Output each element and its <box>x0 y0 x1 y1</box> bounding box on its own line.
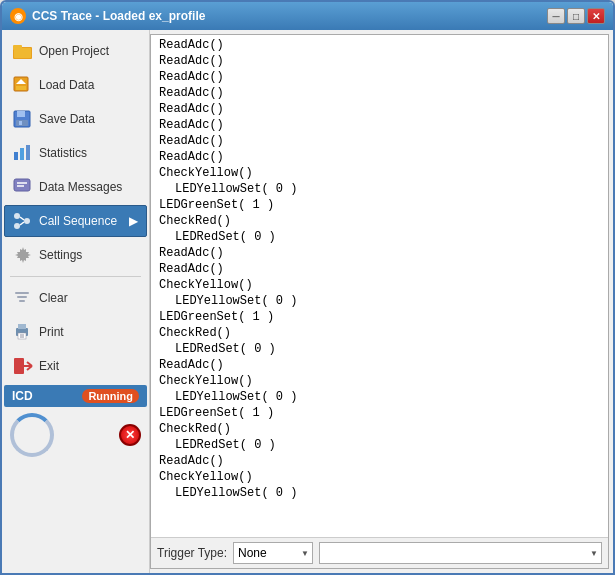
sidebar-item-settings[interactable]: Settings <box>4 239 147 271</box>
sidebar-item-save-data[interactable]: Save Data <box>4 103 147 135</box>
sidebar-item-statistics[interactable]: Statistics <box>4 137 147 169</box>
svg-point-18 <box>14 223 20 229</box>
trace-item: CheckYellow() <box>151 373 608 389</box>
save-data-label: Save Data <box>39 112 95 126</box>
loading-spinner <box>10 413 54 457</box>
trace-list[interactable]: ReadAdc()ReadAdc()ReadAdc()ReadAdc()Read… <box>151 35 608 537</box>
trigger-secondary-wrapper <box>319 542 602 564</box>
svg-rect-11 <box>20 148 24 160</box>
trigger-secondary-select[interactable] <box>319 542 602 564</box>
svg-rect-22 <box>15 292 29 294</box>
trace-item: LEDRedSet( 0 ) <box>151 437 608 453</box>
trace-item: ReadAdc() <box>151 133 608 149</box>
trace-item: CheckRed() <box>151 421 608 437</box>
clear-icon <box>13 288 33 308</box>
content-area: ReadAdc()ReadAdc()ReadAdc()ReadAdc()Read… <box>150 34 609 569</box>
trace-item: ReadAdc() <box>151 117 608 133</box>
trigger-type-wrapper: None On Entry On Exit On Change <box>233 542 313 564</box>
statistics-label: Statistics <box>39 146 87 160</box>
print-label: Print <box>39 325 64 339</box>
sidebar: Open Project Load Data Save Data Statist… <box>2 30 150 573</box>
sidebar-item-open-project[interactable]: Open Project <box>4 35 147 67</box>
trigger-bar: Trigger Type: None On Entry On Exit On C… <box>151 537 608 568</box>
arrow-indicator: ▶ <box>129 214 138 228</box>
trace-item: LEDYellowSet( 0 ) <box>151 389 608 405</box>
trace-item: ReadAdc() <box>151 85 608 101</box>
trace-item: LEDGreenSet( 1 ) <box>151 405 608 421</box>
title-bar: ◉ CCS Trace - Loaded ex_profile ─ □ ✕ <box>2 2 613 30</box>
trace-item: LEDYellowSet( 0 ) <box>151 293 608 309</box>
svg-rect-10 <box>14 152 18 160</box>
call-sequence-icon <box>13 211 33 231</box>
svg-rect-4 <box>16 86 26 90</box>
trace-item: LEDRedSet( 0 ) <box>151 341 608 357</box>
trace-item: ReadAdc() <box>151 101 608 117</box>
icd-section: ICD Running <box>4 385 147 407</box>
svg-rect-23 <box>17 296 27 298</box>
load-data-label: Load Data <box>39 78 94 92</box>
call-sequence-label: Call Sequence <box>39 214 117 228</box>
trace-item: ReadAdc() <box>151 149 608 165</box>
window-controls: ─ □ ✕ <box>547 8 605 24</box>
sidebar-item-call-sequence[interactable]: Call Sequence ▶ <box>4 205 147 237</box>
trace-item: ReadAdc() <box>151 453 608 469</box>
minimize-button[interactable]: ─ <box>547 8 565 24</box>
open-project-label: Open Project <box>39 44 109 58</box>
trace-item: ReadAdc() <box>151 69 608 85</box>
data-messages-icon <box>13 177 33 197</box>
svg-rect-30 <box>14 358 24 374</box>
clear-label: Clear <box>39 291 68 305</box>
folder-open-icon <box>13 41 33 61</box>
trace-item: CheckYellow() <box>151 277 608 293</box>
window-title: CCS Trace - Loaded ex_profile <box>32 9 547 23</box>
svg-rect-27 <box>18 333 26 339</box>
exit-icon <box>13 356 33 376</box>
trace-item: CheckYellow() <box>151 165 608 181</box>
svg-line-20 <box>20 222 24 225</box>
trace-item: LEDYellowSet( 0 ) <box>151 485 608 501</box>
statistics-icon <box>13 143 33 163</box>
trace-item: ReadAdc() <box>151 245 608 261</box>
trace-item: CheckRed() <box>151 325 608 341</box>
trace-item: LEDGreenSet( 1 ) <box>151 309 608 325</box>
sidebar-item-load-data[interactable]: Load Data <box>4 69 147 101</box>
svg-point-16 <box>14 213 20 219</box>
sidebar-item-clear[interactable]: Clear <box>4 282 147 314</box>
print-icon <box>13 322 33 342</box>
spinner-area: ✕ <box>2 409 149 461</box>
svg-rect-26 <box>18 324 26 329</box>
svg-rect-13 <box>14 179 30 191</box>
data-messages-label: Data Messages <box>39 180 122 194</box>
trace-item: ReadAdc() <box>151 37 608 53</box>
close-button[interactable]: ✕ <box>587 8 605 24</box>
svg-line-19 <box>20 217 24 220</box>
exit-label: Exit <box>39 359 59 373</box>
save-icon <box>13 109 33 129</box>
main-content: Open Project Load Data Save Data Statist… <box>2 30 613 573</box>
trace-item: LEDYellowSet( 0 ) <box>151 181 608 197</box>
sidebar-item-exit[interactable]: Exit <box>4 350 147 382</box>
app-icon: ◉ <box>10 8 26 24</box>
load-icon <box>13 75 33 95</box>
sidebar-item-print[interactable]: Print <box>4 316 147 348</box>
settings-label: Settings <box>39 248 82 262</box>
svg-rect-2 <box>14 48 31 58</box>
maximize-button[interactable]: □ <box>567 8 585 24</box>
trace-item: LEDGreenSet( 1 ) <box>151 197 608 213</box>
sidebar-divider-1 <box>10 276 141 277</box>
svg-point-17 <box>24 218 30 224</box>
icd-label: ICD <box>12 389 33 403</box>
stop-button[interactable]: ✕ <box>119 424 141 446</box>
running-badge: Running <box>82 389 139 403</box>
trace-item: ReadAdc() <box>151 53 608 69</box>
settings-icon <box>13 245 33 265</box>
svg-rect-9 <box>19 121 22 125</box>
trace-item: ReadAdc() <box>151 261 608 277</box>
main-window: ◉ CCS Trace - Loaded ex_profile ─ □ ✕ Op… <box>0 0 615 575</box>
svg-rect-24 <box>19 300 25 302</box>
trigger-type-select[interactable]: None On Entry On Exit On Change <box>233 542 313 564</box>
sidebar-item-data-messages[interactable]: Data Messages <box>4 171 147 203</box>
svg-rect-7 <box>17 111 25 117</box>
trace-item: ReadAdc() <box>151 357 608 373</box>
trace-item: LEDRedSet( 0 ) <box>151 229 608 245</box>
